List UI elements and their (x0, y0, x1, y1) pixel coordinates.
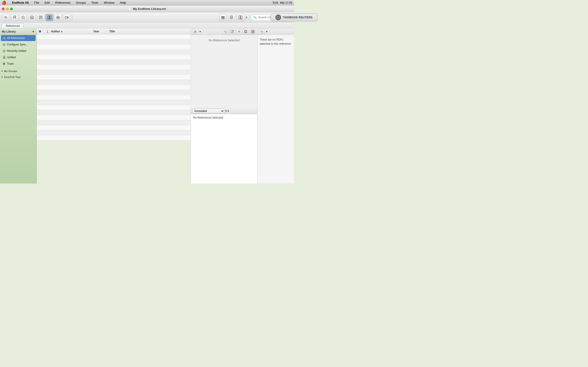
column-headers: Author ▲ Year Title (37, 28, 191, 34)
table-row[interactable] (37, 85, 191, 90)
import-btn[interactable] (28, 14, 36, 21)
toolbar-sep2 (249, 15, 250, 20)
table-row[interactable] (37, 110, 191, 115)
find-duplicate-btn[interactable] (19, 14, 27, 21)
menu-tools[interactable]: Tools (90, 1, 99, 5)
menu-references[interactable]: References (54, 1, 71, 5)
menu-groups[interactable]: Groups (75, 1, 87, 5)
thomson-label: THOMSON REUTERS (283, 16, 294, 19)
table-row[interactable] (37, 75, 191, 80)
table-row[interactable] (37, 100, 191, 105)
maximize-button[interactable] (10, 8, 13, 10)
table-row[interactable] (37, 65, 191, 70)
menu-help[interactable]: Help (119, 1, 127, 5)
sync-btn[interactable]: ↻ (2, 14, 10, 21)
my-library-label: My Library (2, 30, 16, 33)
svg-line-4 (24, 18, 25, 19)
sidebar-item-trash[interactable]: 🗑 Trash (1, 61, 36, 67)
svg-rect-30 (245, 30, 246, 32)
close-button[interactable] (2, 8, 5, 10)
menu-endnote[interactable]: EndNote X8 (11, 1, 30, 5)
svg-rect-29 (245, 31, 247, 33)
pdf-attach-btn[interactable]: 📎 (259, 29, 265, 34)
split-view-btn[interactable] (237, 14, 244, 21)
email-btn[interactable]: ✉ (236, 29, 242, 34)
annotated-stepper[interactable]: ⬆⬇ (225, 109, 229, 113)
tab-references[interactable]: References (2, 23, 24, 28)
minimize-button[interactable] (6, 8, 9, 10)
right-panel: ▼ 📎 ✉ No Reference Selected Annotated ⬆⬇ (191, 28, 257, 184)
svg-rect-9 (48, 16, 49, 19)
settings-dropdown[interactable]: ▼ (199, 31, 201, 33)
sidebar-group-find-full-text[interactable]: ▼ Find Full Text (0, 75, 36, 79)
pdf-dropdown[interactable]: ▼ (266, 31, 268, 33)
table-row[interactable] (37, 55, 191, 60)
sidebar-item-all-references[interactable]: ⊙ All References (1, 35, 36, 41)
col-header-year[interactable]: Year (92, 30, 108, 33)
layout-btn[interactable] (45, 14, 53, 21)
thomson-reuters-btn[interactable]: THOMSON REUTERS (271, 14, 294, 21)
no-references-selected-box: No References Selected (191, 114, 257, 184)
layout-dropdown[interactable]: ▼ (245, 16, 248, 19)
table-row[interactable] (37, 125, 191, 130)
table-row[interactable] (37, 135, 191, 140)
unfiled-icon: ☰ (3, 56, 6, 59)
toolbar-separator (72, 15, 72, 20)
table-row[interactable] (37, 95, 191, 100)
table-row[interactable] (37, 120, 191, 125)
table-row[interactable] (37, 44, 191, 50)
window-title: 📄 My EndNote Library.enl (128, 7, 166, 10)
title-bar: 📄 My EndNote Library.enl (0, 6, 294, 12)
col-header-title[interactable]: Title (108, 30, 191, 33)
table-row[interactable] (37, 80, 191, 85)
all-references-label: All References (7, 36, 25, 40)
svg-rect-27 (231, 31, 233, 33)
table-row[interactable] (37, 90, 191, 95)
unfiled-label: Unfiled (7, 56, 16, 59)
save-btn[interactable] (250, 29, 256, 34)
attach-btn[interactable]: 📎 (222, 29, 228, 34)
menu-bar-right: 51% Mié 17:25 (273, 1, 292, 4)
table-row[interactable] (37, 105, 191, 110)
pdf-panel-toolbar: 📎 ▼ (258, 28, 294, 35)
sidebar-item-recently-added[interactable]: ⊙ Recently Added (1, 48, 36, 54)
menu-edit[interactable]: Edit (44, 1, 51, 5)
apple-menu[interactable]: 🍎 (2, 0, 6, 5)
sidebar-item-configure-sync[interactable]: ⊙ Configure Sync... (1, 42, 36, 48)
content-area: Author ▲ Year Title (37, 28, 191, 184)
share-btn[interactable] (63, 14, 71, 21)
annotated-select-row: Annotated ⬆⬇ (191, 108, 257, 114)
table-row[interactable] (37, 50, 191, 55)
annotated-select[interactable]: Annotated (192, 108, 225, 114)
table-row[interactable] (37, 130, 191, 135)
col-header-attach[interactable] (43, 30, 50, 33)
ref-detail-panel: No Reference Selected (191, 35, 257, 108)
svg-point-26 (195, 31, 196, 32)
col-header-author[interactable]: Author ▲ (50, 30, 92, 33)
table-row[interactable] (37, 34, 191, 40)
file-icon: 📄 (128, 7, 131, 10)
col-header-dot (37, 30, 43, 33)
sidebar: My Library ▼ ⊙ All References ⊙ Configur… (0, 28, 37, 184)
settings-btn[interactable] (192, 29, 198, 34)
menu-file[interactable]: File (33, 1, 40, 5)
ref-view-btn[interactable] (219, 14, 227, 21)
copy-btn[interactable] (243, 29, 249, 34)
table-row[interactable] (37, 115, 191, 120)
online-search-btn[interactable] (54, 14, 62, 21)
sidebar-item-unfiled[interactable]: ☰ Unfiled (1, 54, 36, 60)
menu-window[interactable]: Window (103, 1, 115, 5)
open-ref-btn[interactable] (229, 29, 235, 34)
table-row[interactable] (37, 60, 191, 65)
pdf-content: There are no PDFs attached to this refer… (258, 35, 294, 184)
table-row[interactable] (37, 70, 191, 75)
all-references-icon: ⊙ (3, 36, 6, 40)
pdf-view-btn[interactable] (228, 14, 236, 21)
find-full-text-label: Find Full Text (4, 76, 20, 78)
svg-rect-19 (221, 19, 225, 19)
export-btn[interactable] (37, 14, 44, 21)
sidebar-dropdown-icon[interactable]: ▼ (32, 30, 35, 33)
new-reference-btn[interactable] (10, 14, 18, 21)
table-row[interactable] (37, 40, 191, 44)
sidebar-group-my-groups[interactable]: ▼ My Groups (0, 69, 36, 73)
